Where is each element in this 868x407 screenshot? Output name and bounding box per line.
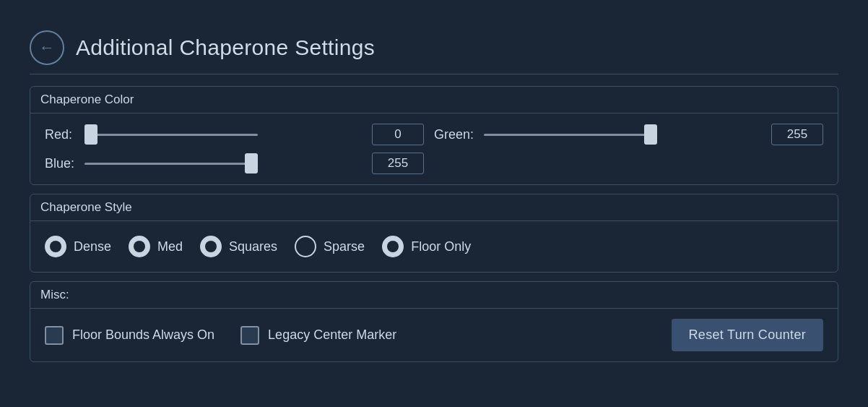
green-slider[interactable] bbox=[484, 134, 657, 136]
style-option-sparse[interactable]: Sparse bbox=[295, 236, 365, 257]
radio-floor-only-inner bbox=[387, 241, 399, 252]
misc-section: Misc: Floor Bounds Always On Legacy Cent… bbox=[30, 281, 838, 362]
green-slider-container bbox=[484, 124, 761, 145]
chaperone-style-section: Chaperone Style Dense Med bbox=[30, 194, 838, 273]
style-option-med[interactable]: Med bbox=[129, 236, 183, 257]
misc-header: Misc: bbox=[30, 282, 838, 309]
radio-squares-inner bbox=[205, 241, 217, 252]
red-slider[interactable] bbox=[84, 134, 258, 136]
blue-value-input[interactable] bbox=[372, 153, 424, 174]
style-option-floor-only[interactable]: Floor Only bbox=[382, 236, 471, 257]
radio-dense bbox=[45, 236, 66, 257]
legacy-marker-checkbox-item[interactable]: Legacy Center Marker bbox=[240, 326, 396, 345]
color-grid: Red: Green: Blue: bbox=[45, 124, 823, 174]
green-label: Green: bbox=[434, 127, 474, 142]
back-button[interactable]: ← bbox=[30, 30, 64, 65]
blue-slider-container bbox=[84, 153, 362, 173]
red-value-input[interactable] bbox=[372, 124, 424, 145]
floor-bounds-checkbox-item[interactable]: Floor Bounds Always On bbox=[45, 326, 214, 345]
chaperone-color-body: Red: Green: Blue: bbox=[30, 113, 838, 184]
chaperone-style-body: Dense Med Squares bbox=[30, 221, 838, 272]
blue-label: Blue: bbox=[45, 156, 74, 171]
misc-body: Floor Bounds Always On Legacy Center Mar… bbox=[30, 309, 838, 361]
back-icon: ← bbox=[39, 38, 55, 57]
app-window: ← Additional Chaperone Settings Chaperon… bbox=[15, 22, 853, 385]
misc-row: Floor Bounds Always On Legacy Center Mar… bbox=[45, 319, 823, 351]
radio-dense-inner bbox=[50, 241, 61, 252]
floor-bounds-checkbox[interactable] bbox=[45, 326, 64, 345]
red-label: Red: bbox=[45, 127, 74, 142]
radio-sparse bbox=[295, 236, 316, 257]
radio-sparse-label: Sparse bbox=[324, 239, 365, 254]
radio-floor-only bbox=[382, 236, 404, 257]
radio-dense-label: Dense bbox=[74, 239, 111, 254]
chaperone-color-header: Chaperone Color bbox=[30, 87, 838, 113]
style-options-row: Dense Med Squares bbox=[45, 231, 823, 262]
radio-floor-only-label: Floor Only bbox=[411, 239, 471, 254]
green-value-input[interactable] bbox=[771, 124, 823, 145]
reset-turn-counter-button[interactable]: Reset Turn Counter bbox=[672, 319, 823, 351]
red-slider-container bbox=[84, 124, 362, 145]
radio-med-inner bbox=[134, 241, 145, 252]
legacy-marker-checkbox[interactable] bbox=[240, 326, 259, 345]
radio-squares-label: Squares bbox=[229, 239, 277, 254]
legacy-marker-label: Legacy Center Marker bbox=[268, 327, 396, 343]
radio-squares bbox=[200, 236, 222, 257]
floor-bounds-label: Floor Bounds Always On bbox=[72, 327, 214, 343]
blue-slider[interactable] bbox=[84, 163, 258, 165]
chaperone-style-header: Chaperone Style bbox=[30, 194, 838, 221]
radio-med-label: Med bbox=[157, 239, 183, 254]
radio-med bbox=[129, 236, 150, 257]
style-option-dense[interactable]: Dense bbox=[45, 236, 111, 257]
chaperone-color-section: Chaperone Color Red: Green: Blue: bbox=[30, 86, 838, 185]
header: ← Additional Chaperone Settings bbox=[30, 30, 838, 74]
style-option-squares[interactable]: Squares bbox=[200, 236, 277, 257]
page-title: Additional Chaperone Settings bbox=[76, 35, 375, 60]
